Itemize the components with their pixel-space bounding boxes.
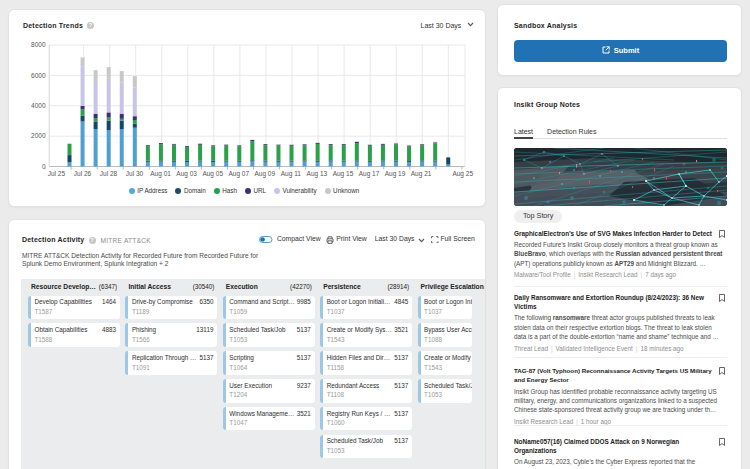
svg-text:Aug 21: Aug 21	[411, 170, 432, 178]
svg-text:Aug 17: Aug 17	[359, 170, 380, 178]
svg-text:Aug 03: Aug 03	[176, 170, 197, 178]
svg-text:Aug 13: Aug 13	[307, 170, 328, 178]
svg-text:6000: 6000	[31, 72, 46, 79]
svg-text:Aug 07: Aug 07	[228, 170, 249, 178]
svg-text:8000: 8000	[31, 41, 46, 48]
svg-text:Jul 30: Jul 30	[126, 170, 144, 177]
svg-text:Aug 01: Aug 01	[150, 170, 171, 178]
svg-text:Aug 15: Aug 15	[333, 170, 354, 178]
svg-text:2000: 2000	[31, 132, 46, 139]
svg-text:Jul 25: Jul 25	[48, 170, 66, 177]
svg-text:Aug 09: Aug 09	[254, 170, 275, 178]
svg-text:Aug 05: Aug 05	[202, 170, 223, 178]
svg-text:Jul 28: Jul 28	[100, 170, 118, 177]
svg-text:Aug 25: Aug 25	[452, 170, 473, 178]
svg-text:Jul 26: Jul 26	[74, 170, 92, 177]
svg-text:4000: 4000	[31, 102, 46, 109]
svg-text:Aug 11: Aug 11	[281, 170, 302, 178]
svg-text:Aug 19: Aug 19	[385, 170, 406, 178]
